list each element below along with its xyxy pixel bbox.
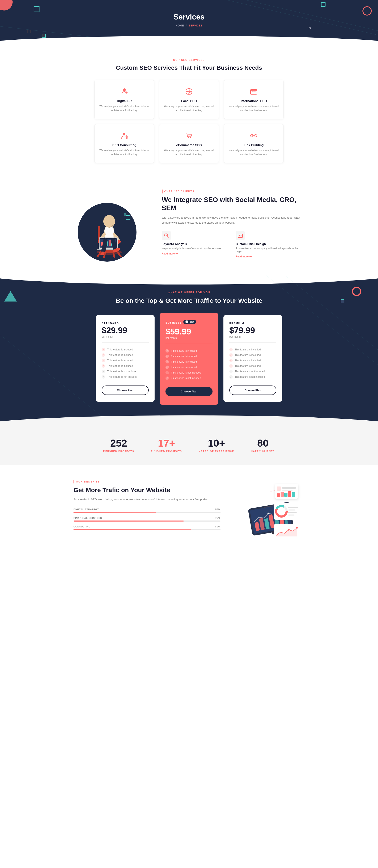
email-design-icon [235, 231, 245, 240]
check-icon-yes: ✓ [165, 354, 169, 358]
svg-rect-68 [281, 492, 284, 497]
check-icon-yes: ✓ [229, 364, 233, 368]
list-item: ✓This feature is included [165, 365, 213, 370]
service-card-digital-pr: Digital PR We analyze your website's str… [94, 80, 154, 119]
stats-section: 252 FINISHED PROJECTS 17+ FINISHED PROJE… [0, 426, 378, 465]
feat1-readmore[interactable]: Read more [162, 252, 178, 255]
progress-bars: DIGITAL STRATEGY 56% FINANCIAL SERVICES … [73, 508, 220, 530]
pricing-wave-bottom [0, 415, 378, 426]
plan-price-standard: $29.99 [102, 326, 149, 335]
integrate-title: We Integrate SEO with Social Media, CRO,… [162, 196, 305, 212]
list-item: ✓This feature is included [229, 347, 276, 352]
check-icon-no: ✗ [229, 375, 233, 378]
service-card-seo-consulting: SEO Consulting We analyze your website's… [94, 124, 154, 163]
benefits-desc: As a leader in SEO, web design, ecommerc… [73, 497, 220, 502]
progress-fill-consulting [73, 529, 191, 530]
digital-pr-icon [119, 87, 129, 97]
feat2-readmore[interactable]: Read more [235, 255, 252, 258]
benefits-title: Get More Trafic on Your Website [73, 486, 220, 494]
progress-pct-financial: 75% [215, 517, 220, 519]
stat-number-17: 17+ [151, 438, 182, 448]
check-icon-yes: ✓ [165, 366, 169, 369]
progress-fill-financial [73, 521, 184, 522]
benefits-content: OUR BENEFITS Get More Trafic on Your Web… [73, 480, 220, 534]
page-title: Services [4, 12, 374, 22]
progress-track-digital [73, 512, 220, 513]
list-item: ✗This feature is not included [165, 370, 213, 375]
svg-line-14 [127, 138, 128, 138]
list-item: ✓This feature is included [102, 352, 149, 358]
check-icon-yes: ✓ [102, 348, 105, 351]
pricing-label: WHAT WE OFFER FOR YOU [8, 291, 370, 294]
plan-divider-premium [229, 342, 276, 343]
svg-rect-9 [253, 91, 255, 92]
stat-label-252: FINISHED PROJECTS [103, 450, 134, 453]
plan-price-premium: $79.99 [229, 326, 276, 335]
choose-plan-standard-button[interactable]: Choose Plan [102, 385, 149, 395]
svg-rect-69 [284, 493, 287, 497]
check-icon-yes: ✓ [102, 364, 105, 368]
service-name-digital-pr: Digital PR [99, 99, 150, 103]
plan-period-premium: per month [229, 335, 276, 338]
service-desc-international-seo: We analyze your website's structure, int… [228, 104, 279, 112]
svg-point-18 [190, 137, 191, 138]
stat-label-80: HAPPY CLIENTS [251, 450, 275, 453]
stat-label-17: FINISHED PROJECTS [151, 450, 182, 453]
plan-badge-row: BUSINESS ✓ Best [165, 320, 213, 326]
service-name-local-seo: Local SEO [164, 99, 214, 103]
progress-label-digital: DIGITAL STRATEGY [73, 508, 99, 510]
plan-name-premium: PREMIUM [229, 322, 276, 325]
check-icon-yes: ✓ [229, 359, 233, 362]
plan-divider-business [165, 344, 213, 344]
service-name-link-building: Link Building [228, 143, 279, 147]
svg-point-82 [288, 529, 290, 531]
list-item: ✗This feature is not included [229, 369, 276, 374]
svg-line-41 [114, 253, 115, 257]
seo-title: Custom SEO Services That Fit Your Busine… [17, 64, 361, 71]
breadcrumb: HOME / SERVICES [4, 24, 374, 27]
list-item: ✗This feature is not included [102, 369, 149, 374]
service-name-seo-consulting: SEO Consulting [99, 143, 150, 147]
svg-point-83 [296, 527, 298, 528]
service-desc-seo-consulting: We analyze your website's structure, int… [99, 149, 150, 156]
feature-list-premium: ✓This feature is included ✓This feature … [229, 347, 276, 380]
benefits-illustration [233, 480, 305, 543]
choose-plan-premium-button[interactable]: Choose Plan [229, 385, 276, 395]
check-icon-no: ✗ [102, 375, 105, 378]
svg-line-45 [167, 237, 168, 238]
stat-label-10: YEARS OF EXPERIENCE [199, 450, 234, 453]
feature-custom-email: Custom Email Design A consultant at our … [235, 231, 305, 258]
badge-label: Best [189, 321, 194, 323]
list-item: ✓This feature is included [165, 353, 213, 359]
pricing-header: WHAT WE OFFER FOR YOU Be on the Top & Ge… [8, 291, 370, 305]
list-item: ✓This feature is included [165, 359, 213, 365]
breadcrumb-home[interactable]: HOME [176, 24, 184, 27]
list-item: ✓This feature is included [229, 363, 276, 369]
deco-dot [309, 27, 311, 29]
check-icon-no: ✗ [229, 370, 233, 373]
list-item: ✓This feature is included [102, 358, 149, 363]
deco-small-square [27, 30, 31, 33]
hero-header: Services HOME / SERVICES [0, 0, 378, 44]
progress-item-consulting: CONSULTING 80% [73, 525, 220, 530]
service-desc-digital-pr: We analyze your website's structure, int… [99, 104, 150, 112]
service-card-local-seo: Local SEO We analyze your website's stru… [159, 80, 219, 119]
service-desc-local-seo: We analyze your website's structure, int… [164, 104, 214, 112]
stat-item-experience: 10+ YEARS OF EXPERIENCE [199, 438, 234, 453]
integrate-inner: OVER 150 CLIENTS We Integrate SEO with S… [73, 186, 305, 261]
svg-point-26 [103, 215, 115, 227]
integrate-desc: With a keyword analysis in hand, we now … [162, 215, 305, 225]
plan-card-standard: STANDARD $29.99 per month ✓This feature … [96, 315, 155, 402]
features-row: Keyword Analysis Keyword analysis is one… [162, 231, 305, 258]
service-desc-ecommerce-seo: We analyze your website's structure, int… [164, 149, 214, 156]
svg-line-40 [104, 253, 105, 257]
deco-circle-top-left [0, 0, 12, 10]
check-icon-yes: ✓ [165, 360, 169, 364]
progress-fill-digital [73, 512, 156, 513]
isometric-chart-svg [233, 480, 305, 543]
choose-plan-business-button[interactable]: Choose Plan [165, 387, 213, 396]
keyword-analysis-icon [162, 231, 171, 240]
list-item: ✓This feature is included [229, 352, 276, 358]
feat2-desc: A consultant at our company will assign … [235, 247, 305, 253]
benefits-label: OUR BENEFITS [76, 480, 100, 483]
